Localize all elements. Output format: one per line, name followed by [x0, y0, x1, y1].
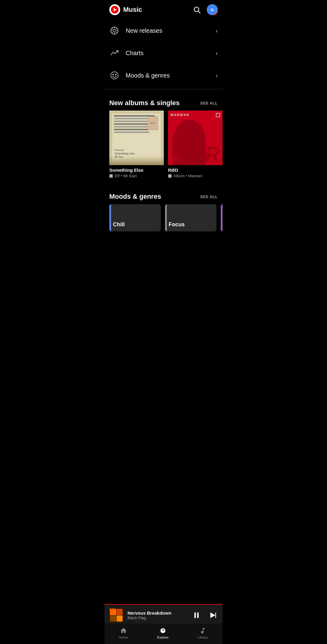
- moods-genres-section: Moods & genres SEE ALL Chill Focus: [104, 185, 223, 239]
- app-logo: [109, 4, 120, 15]
- nav-label-moods-genres: Moods & genres: [126, 72, 170, 79]
- svg-rect-23: [215, 612, 216, 618]
- tab-home-label: Home: [119, 636, 128, 639]
- now-playing-info: Nervous Breakdown Black Flag: [127, 610, 187, 620]
- skip-next-icon: [209, 611, 217, 619]
- svg-line-14: [116, 32, 117, 33]
- svg-line-16: [116, 28, 117, 29]
- album-art-rod: MARWAN R ØD: [168, 111, 223, 165]
- chevron-right-icon: ›: [216, 50, 218, 57]
- now-playing-artist: Black Flag: [127, 616, 187, 620]
- tab-home[interactable]: Home: [113, 626, 134, 640]
- explicit-badge: E: [168, 174, 172, 178]
- mood-label-chill: Chill: [113, 221, 125, 228]
- pause-button[interactable]: [191, 610, 202, 621]
- album-art-something-else: 2021 PostcareSomething elseMr Eazi: [109, 111, 164, 165]
- moods-genres-title: Moods & genres: [109, 193, 161, 201]
- album-meta-rod: E Album • Marwan: [168, 174, 223, 178]
- chevron-right-icon: ›: [216, 72, 218, 79]
- svg-point-18: [113, 74, 114, 75]
- tab-explore[interactable]: Explore: [151, 626, 174, 640]
- album-card-something-else[interactable]: 2021 PostcareSomething elseMr Eazi Somet…: [109, 111, 164, 178]
- new-albums-section: New albums & singles SEE ALL: [104, 92, 223, 185]
- album-card-rod[interactable]: MARWAN R ØD RØD E Album • Marwan: [168, 111, 223, 178]
- svg-rect-20: [194, 612, 196, 618]
- svg-line-15: [112, 32, 113, 33]
- new-albums-title: New albums & singles: [109, 99, 180, 107]
- search-button[interactable]: [192, 5, 202, 15]
- bottom-navigation: Home Explore Library: [104, 623, 223, 644]
- next-button[interactable]: [207, 610, 218, 621]
- nav-item-charts[interactable]: Charts ›: [104, 42, 223, 64]
- mood-card-chill[interactable]: Chill: [109, 204, 161, 231]
- svg-marker-22: [210, 612, 215, 618]
- nav-label-charts: Charts: [126, 50, 144, 57]
- album-meta-something-else: E EP • Mr Eazi: [109, 174, 164, 178]
- svg-rect-21: [197, 612, 199, 618]
- app-header: Music G: [104, 0, 223, 19]
- nav-label-new-releases: New releases: [126, 27, 162, 34]
- svg-text:G: G: [211, 8, 214, 12]
- svg-line-3: [198, 11, 200, 13]
- tab-explore-label: Explore: [157, 636, 168, 639]
- mood-card-focus[interactable]: Focus: [165, 204, 216, 231]
- home-icon: [120, 627, 127, 634]
- avatar[interactable]: G: [207, 4, 218, 15]
- search-icon: [193, 6, 201, 14]
- mood-bar-sleep: [221, 204, 223, 231]
- svg-point-19: [115, 74, 116, 75]
- mood-card-sleep[interactable]: [221, 204, 223, 231]
- trending-icon: [109, 48, 120, 58]
- album-title-rod: RØD: [168, 168, 223, 173]
- moods-see-all[interactable]: SEE ALL: [200, 194, 218, 199]
- music-badge-icon: [109, 25, 120, 36]
- svg-point-17: [111, 72, 118, 79]
- tab-library-label: Library: [198, 636, 208, 639]
- section-divider: [104, 89, 223, 89]
- album-title-something-else: Something Else: [109, 168, 164, 173]
- app-title: Music: [123, 6, 142, 14]
- mood-bar-chill: [109, 204, 111, 231]
- new-albums-see-all[interactable]: SEE ALL: [200, 101, 218, 105]
- album-type-artist: Album • Marwan: [173, 174, 202, 178]
- header-brand: Music: [109, 4, 142, 15]
- now-playing-controls: [191, 610, 218, 621]
- albums-scroll: 2021 PostcareSomething elseMr Eazi Somet…: [104, 111, 223, 181]
- svg-point-8: [113, 29, 116, 32]
- svg-line-13: [112, 28, 113, 29]
- mood-label-focus: Focus: [169, 221, 185, 228]
- nav-item-moods-genres[interactable]: Moods & genres ›: [104, 64, 223, 87]
- mood-bar-focus: [165, 204, 167, 231]
- now-playing-title: Nervous Breakdown: [127, 610, 187, 616]
- explore-icon: [159, 627, 167, 634]
- header-actions: G: [192, 4, 218, 15]
- now-playing-bar: BLACKFLAG Nervous Breakdown Black Flag: [104, 604, 223, 626]
- explicit-badge: E: [109, 174, 113, 178]
- library-icon: [199, 627, 206, 634]
- album-type-artist: EP • Mr Eazi: [115, 174, 137, 178]
- tab-library[interactable]: Library: [192, 626, 214, 640]
- pause-icon: [192, 611, 201, 619]
- emoji-icon: [109, 70, 120, 81]
- chevron-right-icon: ›: [216, 27, 218, 34]
- nav-item-new-releases[interactable]: New releases ›: [104, 19, 223, 42]
- now-playing-art: BLACKFLAG: [109, 608, 124, 623]
- moods-scroll: Chill Focus: [104, 204, 223, 234]
